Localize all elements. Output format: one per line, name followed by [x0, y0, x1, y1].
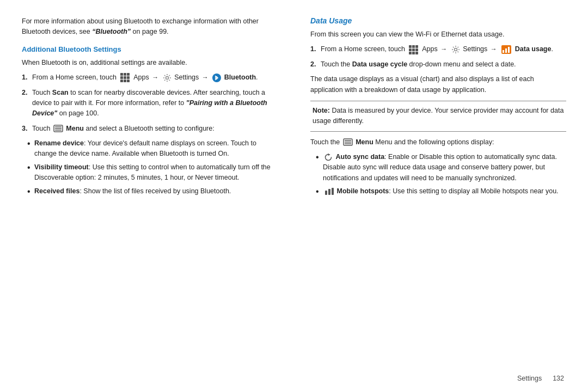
menu-icon-left — [53, 125, 63, 132]
note-label: Note: — [313, 107, 330, 114]
bluetooth-label: Bluetooth — [224, 74, 256, 81]
bullet-hotspot: • Mobile hotspots: Use this setting to d… — [316, 186, 566, 197]
bluetooth-icon-1 — [212, 74, 221, 82]
bullet-rename-text: Rename device: Your device's default nam… — [34, 138, 278, 160]
bullet-received-text: Received files: Show the list of files r… — [34, 186, 278, 197]
data-usage-intro: From this screen you can view the Wi-Fi … — [310, 29, 566, 40]
bullet-dot-3: • — [27, 186, 32, 197]
bullet-dot-r2: • — [316, 186, 320, 197]
bluetooth-bullets: • Rename device: Your device's default n… — [27, 138, 278, 197]
data-usage-label: Data usage — [515, 45, 552, 53]
received-label: Received files — [34, 187, 79, 195]
footer-page-num: 132 — [553, 375, 564, 382]
data-usage-bullets: • Auto sync data: Enable or Disable this… — [316, 152, 566, 197]
arrow-right-1: → — [440, 45, 447, 53]
bullet-received: • Received files: Show the list of files… — [27, 186, 278, 197]
menu-section-2: Menu and the following options display: — [373, 138, 494, 146]
svg-rect-9 — [505, 48, 507, 53]
svg-point-6 — [454, 48, 457, 51]
data-usage-step-1: 1. From a Home screen, touch Apps → Set — [310, 44, 566, 54]
data-usage-heading: Data Usage — [310, 16, 566, 25]
data-usage-step-2: 2. Touch the Data usage cycle drop-down … — [310, 59, 566, 70]
bullet-dot-r1: • — [316, 152, 320, 183]
bullet-visibility: • Visibility timeout: Use this setting t… — [27, 162, 278, 183]
svg-point-0 — [166, 76, 168, 79]
bullet-dot-2: • — [27, 162, 32, 183]
bullet-autosync: • Auto sync data: Enable or Disable this… — [316, 152, 566, 183]
page: For more information about using Bluetoo… — [0, 0, 588, 392]
step-num-2: 2. — [22, 88, 29, 119]
settings-icon-1 — [163, 74, 171, 82]
bluetooth-step-1: 1. From a Home screen, touch Apps → Set — [22, 72, 278, 83]
menu-label-right: Menu — [356, 138, 373, 146]
apps-grid-2 — [409, 45, 418, 54]
touch-the-label: Touch the — [310, 138, 342, 146]
du-step-num-2: 2. — [310, 59, 318, 70]
step-1-content: From a Home screen, touch Apps → Setting… — [32, 72, 278, 83]
menu-icon-right — [343, 138, 353, 146]
apps-grid-icon-right — [408, 45, 419, 54]
bullet-dot-1: • — [27, 138, 32, 160]
bluetooth-step-3: 3. Touch Menu and select a Bluetooth set… — [22, 124, 278, 134]
apps-grid — [120, 73, 130, 82]
du-step-num-1: 1. — [310, 44, 318, 54]
arrow-right-2: → — [491, 45, 497, 53]
settings-label-right: Settings — [463, 45, 487, 53]
arrow-2: → — [202, 74, 209, 81]
apps-label-right: Apps — [422, 45, 439, 53]
step-3-content: Touch Menu and select a Bluetooth settin… — [32, 124, 278, 134]
svg-rect-15 — [325, 191, 327, 195]
du-step-2-content: Touch the Data usage cycle drop-down men… — [321, 59, 566, 70]
hotspot-icon — [324, 187, 334, 196]
visibility-label: Visibility timeout — [34, 163, 89, 171]
data-usage-extra: The data usage displays as a visual (cha… — [310, 74, 566, 95]
bullet-visibility-text: Visibility timeout: Use this setting to … — [34, 162, 278, 183]
bullet-autosync-text: Auto sync data: Enable or Disable this o… — [323, 152, 566, 183]
right-column: Data Usage From this screen you can view… — [305, 16, 566, 376]
settings-icon-right — [451, 45, 460, 54]
menu-section-text: Touch the Menu Menu and the following op… — [310, 137, 566, 148]
step-num-1: 1. — [22, 72, 29, 83]
bluetooth-step-2: 2. Touch Scan to scan for nearby discove… — [22, 88, 278, 119]
hotspot-label: Mobile hotspots — [336, 187, 389, 195]
svg-rect-16 — [328, 189, 330, 195]
step-2-content: Touch Scan to scan for nearby discoverab… — [32, 88, 278, 119]
note-box: Note: Data is measured by your device. Y… — [310, 101, 566, 132]
svg-rect-17 — [332, 188, 334, 195]
footer: Settings 132 — [517, 375, 564, 382]
data-usage-icon — [501, 45, 512, 54]
scan-label: Scan — [52, 89, 69, 96]
intro-italic: “Bluetooth” — [92, 28, 131, 35]
arrow-1: → — [152, 74, 158, 81]
svg-rect-8 — [503, 50, 504, 53]
settings-label-1: Settings — [174, 74, 199, 81]
bullet-hotspot-text: Mobile hotspots: Use this setting to dis… — [323, 186, 566, 197]
data-usage-cycle-label: Data usage cycle — [352, 60, 407, 68]
menu-label-left: Menu — [66, 125, 84, 132]
apps-grid-icon — [119, 73, 131, 82]
apps-label: Apps — [133, 74, 151, 81]
additional-bluetooth-heading: Additional Bluetooth Settings — [22, 45, 278, 53]
note-text: Data is measured by your device. Your se… — [313, 107, 564, 125]
step-num-3: 3. — [22, 124, 29, 134]
left-column: For more information about using Bluetoo… — [22, 16, 289, 376]
sync-icon — [324, 153, 333, 162]
bullet-rename: • Rename device: Your device's default n… — [27, 138, 278, 160]
intro-paragraph: For more information about using Bluetoo… — [22, 16, 278, 38]
autosync-label: Auto sync data — [335, 153, 384, 161]
intro-text-2: on page 99. — [131, 28, 169, 35]
bluetooth-subtext: When Bluetooth is on, additional setting… — [22, 58, 278, 68]
pairing-ref: "Pairing with a Bluetooth Device" — [32, 99, 267, 117]
du-step-1-content: From a Home screen, touch Apps → Setting… — [321, 44, 566, 54]
footer-settings-label: Settings — [517, 375, 542, 382]
rename-label: Rename device — [34, 139, 84, 147]
svg-rect-10 — [508, 47, 510, 53]
